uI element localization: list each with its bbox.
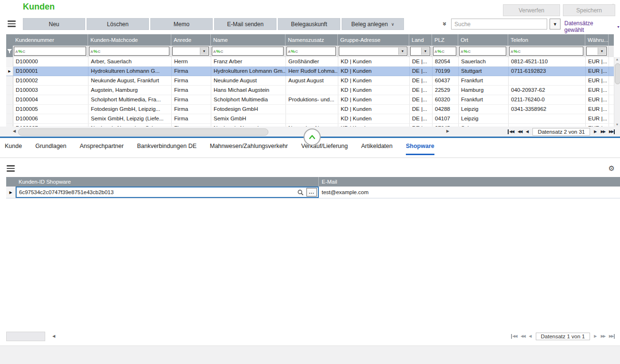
column-header-kundennummer[interactable]: Kundennummer: [13, 34, 88, 46]
filter-input[interactable]: ▼: [586, 47, 607, 56]
column-header-anrede[interactable]: Anrede: [171, 34, 211, 46]
first-record-button[interactable]: ◀◀: [508, 129, 513, 134]
last-record-button[interactable]: ▶▶: [609, 334, 615, 339]
dropdown-icon[interactable]: ▼: [598, 48, 606, 55]
tab-bankverbindungen-de[interactable]: Bankverbindungen DE: [137, 143, 197, 155]
filter-input[interactable]: A%C: [509, 47, 583, 56]
save-button[interactable]: Speichern: [563, 4, 615, 16]
filter-funnel-icon[interactable]: [6, 46, 13, 57]
tab-artikeldaten[interactable]: Artikeldaten: [361, 143, 393, 155]
horizontal-scroll-thumb[interactable]: [18, 128, 268, 136]
filter-cell-kunden-matchcode[interactable]: A%C: [88, 46, 171, 57]
cell: Hydrokulturen Lohmann G...: [89, 67, 172, 76]
detail-menu-hamburger-icon[interactable]: [7, 165, 15, 173]
filter-cell-gruppe-adresse[interactable]: ▼: [338, 46, 409, 57]
search-input[interactable]: [451, 19, 547, 30]
tab-mahnwesen-zahlungsverkehr[interactable]: Mahnwesen/Zahlungsverkehr: [210, 143, 288, 155]
filter-input[interactable]: A%C: [14, 47, 86, 56]
column-header-plz[interactable]: PLZ: [432, 34, 458, 46]
collapse-ribbon-icon[interactable]: «: [440, 22, 448, 26]
dropdown-icon[interactable]: ▼: [398, 48, 406, 55]
cell: EUR |...: [586, 114, 609, 123]
filter-input[interactable]: ▼: [410, 47, 430, 56]
column-header-land[interactable]: Land: [409, 34, 432, 46]
tab-shopware[interactable]: Shopware: [406, 143, 434, 155]
filter-cell-kundennummer[interactable]: A%C: [13, 46, 88, 57]
scroll-left-icon[interactable]: ◀: [13, 129, 16, 133]
kunden-id-cell[interactable]: 6c97534c2c0747f39e8751e43cb2b013 ...: [16, 187, 319, 198]
vertical-scrollbar[interactable]: ▲ ▼: [614, 57, 620, 127]
gear-icon[interactable]: ⚙: [609, 164, 615, 173]
column-header-w-hru-[interactable]: Währu...: [585, 34, 609, 46]
filter-input[interactable]: ▼: [339, 47, 407, 56]
next-record-button[interactable]: ▶: [594, 129, 597, 134]
tab-grundlagen[interactable]: Grundlagen: [35, 143, 66, 155]
table-row[interactable]: D100006Semix GmbH, Leipzig (Liefe...Firm…: [6, 114, 614, 124]
lookup-search-icon[interactable]: [294, 189, 306, 196]
last-record-button[interactable]: ▶▶: [609, 129, 615, 134]
fast-next-record-button[interactable]: ▶▶: [600, 129, 605, 134]
fast-next-record-button[interactable]: ▶▶: [600, 334, 605, 339]
dropdown-icon[interactable]: ▼: [421, 48, 429, 55]
filter-input[interactable]: A%C: [433, 47, 456, 56]
table-row[interactable]: D100003Augstein, HamburgFirmaHans Michae…: [6, 86, 614, 95]
scroll-right-icon[interactable]: ▶: [446, 129, 449, 133]
toolbar-button-l-schen[interactable]: Löschen: [87, 18, 149, 30]
column-header-email[interactable]: E-Mail: [319, 177, 620, 187]
dropdown-icon[interactable]: ▼: [200, 48, 208, 55]
kunden-id-value[interactable]: 6c97534c2c0747f39e8751e43cb2b013: [17, 189, 294, 195]
next-record-button[interactable]: ▶: [594, 334, 597, 339]
filter-cell-plz[interactable]: A%C: [432, 46, 458, 57]
toolbar-button-memo[interactable]: Memo: [150, 18, 213, 30]
ellipsis-browse-button[interactable]: ...: [306, 188, 317, 197]
toolbar-button-belegauskunft[interactable]: Belegauskunft: [278, 18, 340, 30]
filter-cell-w-hru-[interactable]: ▼: [585, 46, 609, 57]
filter-cell-name[interactable]: A%C: [211, 46, 285, 57]
search-filter-dropdown-button[interactable]: ▼: [550, 19, 561, 30]
prev-record-button[interactable]: ◀: [529, 334, 531, 339]
fast-prev-record-button[interactable]: ◀◀: [521, 334, 525, 339]
filter-input[interactable]: A%C: [212, 47, 284, 56]
cell-clipped: [609, 95, 614, 104]
toolbar-button-neu[interactable]: Neu: [23, 18, 85, 30]
toolbar-button-beleg-anlegen-dropdown[interactable]: Beleg anlegen∨: [342, 18, 404, 30]
toolbar-button-e-mail-senden[interactable]: E-Mail senden: [214, 18, 276, 30]
fast-prev-record-button[interactable]: ◀◀: [518, 129, 522, 134]
column-header-namenszusatz[interactable]: Namenszusatz: [285, 34, 338, 46]
table-row[interactable]: D100000Arber, SauerlachHerrnFranz ArberG…: [6, 57, 614, 67]
table-row[interactable]: D100005Fotodesign GmbH, Leipzig...FirmaF…: [6, 105, 614, 114]
column-header-name[interactable]: Name: [211, 34, 285, 46]
records-selected-dropdown[interactable]: Datensätze gewählt ▼: [564, 20, 620, 33]
filter-cell-ort[interactable]: A%C: [458, 46, 508, 57]
table-row[interactable]: ▶D100001Hydrokulturen Lohmann G...FirmaH…: [6, 67, 614, 76]
scroll-down-icon[interactable]: ▼: [614, 123, 620, 126]
column-header-telefon[interactable]: Telefon: [508, 34, 585, 46]
column-header-ort[interactable]: Ort: [458, 34, 508, 46]
discard-button[interactable]: Verwerfen: [503, 4, 560, 16]
filter-cell-namenszusatz[interactable]: A%C: [285, 46, 338, 57]
filter-input[interactable]: ▼: [172, 47, 209, 56]
menu-hamburger-icon[interactable]: [8, 20, 16, 29]
filter-input[interactable]: A%C: [459, 47, 506, 56]
tab-ansprechpartner[interactable]: Ansprechpartner: [79, 143, 123, 155]
vertical-scroll-thumb[interactable]: [615, 63, 620, 84]
shopware-grid-row[interactable]: ▶ 6c97534c2c0747f39e8751e43cb2b013 ... t…: [6, 187, 620, 198]
column-header-gruppe-adresse[interactable]: Gruppe-Adresse: [338, 34, 409, 46]
table-row[interactable]: D100002Neukunde August, FrankfurtFirmaNe…: [6, 76, 614, 86]
filter-cell-land[interactable]: ▼: [409, 46, 432, 57]
column-header-kunden-id[interactable]: Kunden-ID Shopware: [16, 177, 319, 187]
first-record-button[interactable]: ◀◀: [511, 334, 517, 339]
tab-kunde[interactable]: Kunde: [5, 143, 22, 155]
cell: 22529: [433, 86, 459, 95]
filter-cell-telefon[interactable]: A%C: [508, 46, 585, 57]
scroll-left-icon[interactable]: ◀: [52, 334, 55, 338]
scroll-up-icon[interactable]: ▲: [614, 58, 620, 61]
table-row[interactable]: D100004Scholphort Multimedia, Fra...Firm…: [6, 95, 614, 105]
prev-record-button[interactable]: ◀: [526, 129, 529, 134]
column-header-kunden-matchcode[interactable]: Kunden-Matchcode: [88, 34, 171, 46]
collapse-detail-panel-button[interactable]: [304, 128, 321, 146]
filter-input[interactable]: A%C: [89, 47, 169, 56]
email-cell[interactable]: test@example.com: [319, 187, 620, 198]
filter-cell-anrede[interactable]: ▼: [171, 46, 211, 57]
filter-input[interactable]: A%C: [286, 47, 336, 56]
